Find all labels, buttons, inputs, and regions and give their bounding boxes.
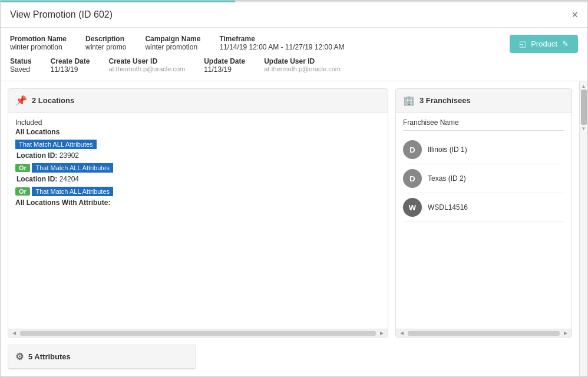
location-item-3: Or That Match ALL Attributes All Locatio… <box>15 187 381 207</box>
campaign-name-value: winter promotion <box>145 43 200 51</box>
progress-bar-fill <box>1 1 235 2</box>
product-icon: ◱ <box>519 39 526 48</box>
franchisees-h-scrollbar: ◀ ▶ <box>396 329 572 337</box>
match-badge-1[interactable]: That Match ALL Attributes <box>15 140 97 149</box>
franchisee-name-1: Illinois (ID 1) <box>428 145 467 154</box>
info-row-2: Status Saved Create Date 11/13/19 Create… <box>10 57 510 74</box>
info-row-1: Promotion Name winter promotion Descript… <box>10 35 510 51</box>
all-locations-attr: All Locations With Attribute: <box>15 199 381 207</box>
franchisee-list: D Illinois (ID 1) D Texas (ID 2) W WSDL1… <box>403 135 564 222</box>
locations-title: 2 Locations <box>32 96 74 105</box>
edit-icon: ✎ <box>562 39 569 48</box>
location-item-1: That Match ALL Attributes Location ID: 2… <box>15 140 381 160</box>
location-item-2: Or That Match ALL Attributes Location ID… <box>15 163 381 183</box>
create-user-id-label: Create User ID <box>108 57 185 65</box>
locations-panel-body: Included All Locations That Match ALL At… <box>8 113 388 329</box>
update-user-id-field: Update User ID at.thermoth.p@oracle.com <box>264 57 341 72</box>
or-badge-1: Or <box>15 164 30 172</box>
close-button[interactable]: × <box>572 9 578 20</box>
timeframe-label: Timeframe <box>219 35 344 43</box>
progress-bar <box>1 1 587 2</box>
locations-icon: 📌 <box>15 95 27 106</box>
update-user-id-value: at.thermoth.p@oracle.com <box>264 65 341 72</box>
update-user-id-label: Update User ID <box>264 57 341 65</box>
promotion-name-label: Promotion Name <box>10 35 67 43</box>
campaign-name-field: Campaign Name winter promotion <box>145 35 200 51</box>
location-id-2: Location ID: 24204 <box>15 175 381 183</box>
franchisee-name-3: WSDL14516 <box>428 203 468 211</box>
locations-h-scrollbar: ◀ ▶ <box>8 329 388 337</box>
promotion-name-value: winter promotion <box>10 43 67 51</box>
franchisee-item-2: D Texas (ID 2) <box>403 164 564 193</box>
franchisees-title: 3 Franchisees <box>419 96 471 105</box>
create-user-id-field: Create User ID at.thermoth.p@oracle.com <box>108 57 185 72</box>
avatar-3: W <box>403 198 422 217</box>
avatar-1: D <box>403 140 422 159</box>
franchisees-h-scroll-thumb[interactable] <box>408 331 560 336</box>
avatar-2: D <box>403 169 422 188</box>
attributes-title: 5 Attributes <box>28 352 71 361</box>
description-label: Description <box>85 35 126 43</box>
franchisee-name-header: Franchisee Name <box>403 118 564 131</box>
product-button[interactable]: ◱ Product ✎ <box>510 35 578 53</box>
scroll-thumb[interactable] <box>581 90 587 125</box>
franchisees-h-scroll-right[interactable]: ▶ <box>562 330 569 337</box>
main-content: 📌 2 Locations Included All Locations Tha… <box>1 81 587 376</box>
create-date-label: Create Date <box>51 57 90 65</box>
franchisees-panel-body: Franchisee Name D Illinois (ID 1) D Texa… <box>396 113 572 329</box>
status-label: Status <box>10 57 32 65</box>
all-locations-label: All Locations <box>15 128 381 136</box>
h-scroll-thumb[interactable] <box>20 331 376 336</box>
franchisee-name-2: Texas (ID 2) <box>428 174 466 183</box>
product-label: Product <box>531 39 557 48</box>
modal-header: View Promotion (ID 602) × <box>1 2 587 28</box>
h-scroll-right[interactable]: ▶ <box>378 330 385 337</box>
or-badge-2: Or <box>15 187 30 196</box>
timeframe-field: Timeframe 11/14/19 12:00 AM - 11/27/19 1… <box>219 35 344 51</box>
attributes-panel-header: ⚙ 5 Attributes <box>8 345 196 369</box>
create-user-id-value: at.thermoth.p@oracle.com <box>108 65 185 72</box>
right-scrollbar: ▲ ▼ <box>579 81 587 376</box>
campaign-name-label: Campaign Name <box>145 35 200 43</box>
info-section: Promotion Name winter promotion Descript… <box>1 28 587 81</box>
create-date-field: Create Date 11/13/19 <box>51 57 90 74</box>
franchisees-icon: 🏢 <box>403 95 415 106</box>
status-value: Saved <box>10 65 32 74</box>
location-id-1: Location ID: 23902 <box>15 151 381 160</box>
franchisees-panel: 🏢 3 Franchisees Franchisee Name D Illino… <box>395 88 572 338</box>
franchisee-item-3: W WSDL14516 <box>403 193 564 222</box>
modal: View Promotion (ID 602) × Promotion Name… <box>0 0 588 377</box>
franchisees-h-scroll-left[interactable]: ◀ <box>398 330 405 337</box>
create-date-value: 11/13/19 <box>51 65 90 74</box>
description-field: Description winter promo <box>85 35 126 51</box>
scroll-up-arrow[interactable]: ▲ <box>580 82 587 90</box>
franchisee-item-1: D Illinois (ID 1) <box>403 135 564 164</box>
info-fields: Promotion Name winter promotion Descript… <box>10 35 510 74</box>
content-area: 📌 2 Locations Included All Locations Tha… <box>1 81 579 376</box>
status-field: Status Saved <box>10 57 32 74</box>
update-date-value: 11/13/19 <box>204 65 245 74</box>
locations-panel-header: 📌 2 Locations <box>8 89 388 113</box>
match-badge-3[interactable]: That Match ALL Attributes <box>32 187 113 196</box>
modal-title: View Promotion (ID 602) <box>10 9 113 20</box>
update-date-field: Update Date 11/13/19 <box>204 57 245 74</box>
panels-row: 📌 2 Locations Included All Locations Tha… <box>1 81 579 345</box>
attributes-panel: ⚙ 5 Attributes <box>8 345 196 369</box>
included-label: Included <box>15 118 381 127</box>
locations-panel: 📌 2 Locations Included All Locations Tha… <box>8 88 388 338</box>
attributes-icon: ⚙ <box>15 351 24 362</box>
bottom-attributes: ⚙ 5 Attributes <box>1 345 579 376</box>
promotion-name-field: Promotion Name winter promotion <box>10 35 67 51</box>
h-scroll-left[interactable]: ◀ <box>11 330 18 337</box>
update-date-label: Update Date <box>204 57 245 65</box>
timeframe-value: 11/14/19 12:00 AM - 11/27/19 12:00 AM <box>219 43 344 51</box>
scroll-down-arrow[interactable]: ▼ <box>580 125 587 132</box>
franchisees-panel-header: 🏢 3 Franchisees <box>396 89 572 113</box>
description-value: winter promo <box>85 43 126 51</box>
match-badge-2[interactable]: That Match ALL Attributes <box>32 163 113 173</box>
